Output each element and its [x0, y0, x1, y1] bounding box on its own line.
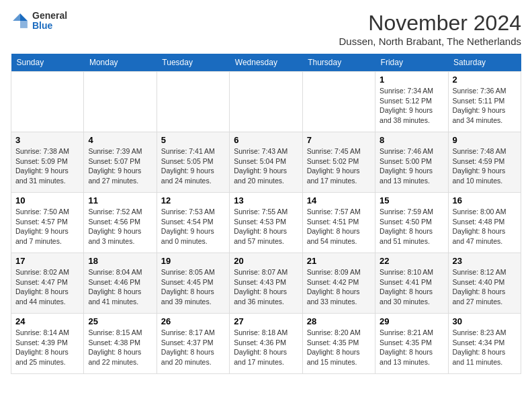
day-number: 10: [15, 195, 79, 205]
day-number: 11: [88, 195, 152, 205]
day-info: Sunrise: 7:53 AM Sunset: 4:54 PM Dayligh…: [161, 207, 225, 246]
weekday-header: Wednesday: [230, 54, 302, 72]
weekday-header: Friday: [375, 54, 448, 72]
calendar-body: 1Sunrise: 7:34 AM Sunset: 5:12 PM Daylig…: [11, 72, 521, 374]
weekday-header-row: SundayMondayTuesdayWednesdayThursdayFrid…: [11, 54, 521, 72]
calendar-day-cell: 21Sunrise: 8:09 AM Sunset: 4:42 PM Dayli…: [302, 253, 375, 314]
calendar-day-cell: 19Sunrise: 8:05 AM Sunset: 4:45 PM Dayli…: [157, 253, 229, 314]
logo-icon: [11, 11, 30, 30]
calendar-day-cell: 22Sunrise: 8:10 AM Sunset: 4:41 PM Dayli…: [375, 253, 448, 314]
calendar-header: SundayMondayTuesdayWednesdayThursdayFrid…: [11, 54, 521, 72]
day-number: 9: [453, 135, 517, 145]
calendar-day-cell: 4Sunrise: 7:39 AM Sunset: 5:07 PM Daylig…: [84, 132, 157, 193]
svg-marker-2: [20, 21, 28, 28]
calendar-day-cell: 10Sunrise: 7:50 AM Sunset: 4:57 PM Dayli…: [11, 193, 84, 253]
calendar-day-cell: 23Sunrise: 8:12 AM Sunset: 4:40 PM Dayli…: [448, 253, 521, 314]
day-info: Sunrise: 8:18 AM Sunset: 4:36 PM Dayligh…: [234, 328, 298, 367]
day-number: 29: [380, 316, 443, 326]
day-number: 8: [380, 135, 443, 145]
calendar-day-cell: [84, 72, 157, 132]
day-info: Sunrise: 8:23 AM Sunset: 4:34 PM Dayligh…: [453, 328, 517, 367]
day-info: Sunrise: 7:39 AM Sunset: 5:07 PM Dayligh…: [88, 146, 152, 186]
logo: General Blue: [11, 11, 67, 32]
calendar-day-cell: 11Sunrise: 7:52 AM Sunset: 4:56 PM Dayli…: [84, 193, 157, 253]
day-number: 3: [15, 135, 79, 145]
day-info: Sunrise: 8:02 AM Sunset: 4:47 PM Dayligh…: [15, 267, 79, 307]
day-info: Sunrise: 8:07 AM Sunset: 4:43 PM Dayligh…: [234, 267, 298, 307]
weekday-header: Saturday: [448, 54, 521, 72]
calendar-day-cell: 16Sunrise: 8:00 AM Sunset: 4:48 PM Dayli…: [448, 193, 521, 253]
calendar-day-cell: 26Sunrise: 8:17 AM Sunset: 4:37 PM Dayli…: [157, 314, 229, 374]
location-subtitle: Dussen, North Brabant, The Netherlands: [339, 36, 521, 47]
day-info: Sunrise: 7:34 AM Sunset: 5:12 PM Dayligh…: [380, 86, 443, 126]
day-info: Sunrise: 7:59 AM Sunset: 4:50 PM Dayligh…: [380, 207, 443, 246]
calendar-day-cell: [302, 72, 375, 132]
calendar-day-cell: 1Sunrise: 7:34 AM Sunset: 5:12 PM Daylig…: [375, 72, 448, 132]
weekday-header: Thursday: [302, 54, 375, 72]
day-number: 17: [15, 256, 79, 266]
calendar-day-cell: 14Sunrise: 7:57 AM Sunset: 4:51 PM Dayli…: [302, 193, 375, 253]
day-number: 23: [453, 256, 517, 266]
title-block: November 2024 Dussen, North Brabant, The…: [339, 11, 521, 47]
day-info: Sunrise: 7:36 AM Sunset: 5:11 PM Dayligh…: [453, 86, 517, 126]
calendar-day-cell: 13Sunrise: 7:55 AM Sunset: 4:53 PM Dayli…: [230, 193, 302, 253]
calendar-day-cell: 5Sunrise: 7:41 AM Sunset: 5:05 PM Daylig…: [157, 132, 229, 193]
day-info: Sunrise: 8:17 AM Sunset: 4:37 PM Dayligh…: [161, 328, 225, 367]
calendar-day-cell: 30Sunrise: 8:23 AM Sunset: 4:34 PM Dayli…: [448, 314, 521, 374]
day-info: Sunrise: 8:05 AM Sunset: 4:45 PM Dayligh…: [161, 267, 225, 307]
day-number: 15: [380, 195, 443, 205]
day-number: 27: [234, 316, 298, 326]
day-info: Sunrise: 8:15 AM Sunset: 4:38 PM Dayligh…: [88, 328, 152, 367]
page-header: General Blue November 2024 Dussen, North…: [11, 11, 521, 47]
logo-general: General: [32, 11, 67, 21]
day-info: Sunrise: 7:45 AM Sunset: 5:02 PM Dayligh…: [307, 146, 371, 186]
calendar-day-cell: 8Sunrise: 7:46 AM Sunset: 5:00 PM Daylig…: [375, 132, 448, 193]
calendar-day-cell: 7Sunrise: 7:45 AM Sunset: 5:02 PM Daylig…: [302, 132, 375, 193]
day-info: Sunrise: 7:46 AM Sunset: 5:00 PM Dayligh…: [380, 146, 443, 186]
calendar-week-row: 17Sunrise: 8:02 AM Sunset: 4:47 PM Dayli…: [11, 253, 521, 314]
day-number: 7: [307, 135, 371, 145]
day-number: 4: [88, 135, 152, 145]
day-number: 22: [380, 256, 443, 266]
day-info: Sunrise: 7:57 AM Sunset: 4:51 PM Dayligh…: [307, 207, 371, 246]
day-number: 14: [307, 195, 371, 205]
day-info: Sunrise: 8:09 AM Sunset: 4:42 PM Dayligh…: [307, 267, 371, 307]
calendar-day-cell: 24Sunrise: 8:14 AM Sunset: 4:39 PM Dayli…: [11, 314, 84, 374]
day-info: Sunrise: 7:52 AM Sunset: 4:56 PM Dayligh…: [88, 207, 152, 246]
weekday-header: Monday: [84, 54, 157, 72]
day-number: 5: [161, 135, 225, 145]
day-info: Sunrise: 8:20 AM Sunset: 4:35 PM Dayligh…: [307, 328, 371, 367]
day-number: 25: [88, 316, 152, 326]
calendar-day-cell: 20Sunrise: 8:07 AM Sunset: 4:43 PM Dayli…: [230, 253, 302, 314]
day-info: Sunrise: 7:55 AM Sunset: 4:53 PM Dayligh…: [234, 207, 298, 246]
day-number: 12: [161, 195, 225, 205]
calendar-day-cell: 18Sunrise: 8:04 AM Sunset: 4:46 PM Dayli…: [84, 253, 157, 314]
calendar-day-cell: 2Sunrise: 7:36 AM Sunset: 5:11 PM Daylig…: [448, 72, 521, 132]
calendar-day-cell: 27Sunrise: 8:18 AM Sunset: 4:36 PM Dayli…: [230, 314, 302, 374]
day-info: Sunrise: 8:12 AM Sunset: 4:40 PM Dayligh…: [453, 267, 517, 307]
day-info: Sunrise: 7:48 AM Sunset: 4:59 PM Dayligh…: [453, 146, 517, 186]
day-info: Sunrise: 8:21 AM Sunset: 4:35 PM Dayligh…: [380, 328, 443, 367]
calendar-day-cell: 15Sunrise: 7:59 AM Sunset: 4:50 PM Dayli…: [375, 193, 448, 253]
calendar-week-row: 1Sunrise: 7:34 AM Sunset: 5:12 PM Daylig…: [11, 72, 521, 132]
calendar-day-cell: 3Sunrise: 7:38 AM Sunset: 5:09 PM Daylig…: [11, 132, 84, 193]
day-info: Sunrise: 7:41 AM Sunset: 5:05 PM Dayligh…: [161, 146, 225, 186]
calendar-day-cell: 6Sunrise: 7:43 AM Sunset: 5:04 PM Daylig…: [230, 132, 302, 193]
day-number: 26: [161, 316, 225, 326]
weekday-header: Tuesday: [157, 54, 229, 72]
calendar-day-cell: [157, 72, 229, 132]
calendar-day-cell: [11, 72, 84, 132]
calendar-day-cell: 29Sunrise: 8:21 AM Sunset: 4:35 PM Dayli…: [375, 314, 448, 374]
calendar-week-row: 10Sunrise: 7:50 AM Sunset: 4:57 PM Dayli…: [11, 193, 521, 253]
day-number: 1: [380, 75, 443, 85]
day-info: Sunrise: 7:38 AM Sunset: 5:09 PM Dayligh…: [15, 146, 79, 186]
day-number: 28: [307, 316, 371, 326]
day-info: Sunrise: 8:14 AM Sunset: 4:39 PM Dayligh…: [15, 328, 79, 367]
day-number: 19: [161, 256, 225, 266]
day-number: 16: [453, 195, 517, 205]
day-number: 30: [453, 316, 517, 326]
day-info: Sunrise: 7:43 AM Sunset: 5:04 PM Dayligh…: [234, 146, 298, 186]
day-number: 18: [88, 256, 152, 266]
weekday-header: Sunday: [11, 54, 84, 72]
day-info: Sunrise: 8:00 AM Sunset: 4:48 PM Dayligh…: [453, 207, 517, 246]
